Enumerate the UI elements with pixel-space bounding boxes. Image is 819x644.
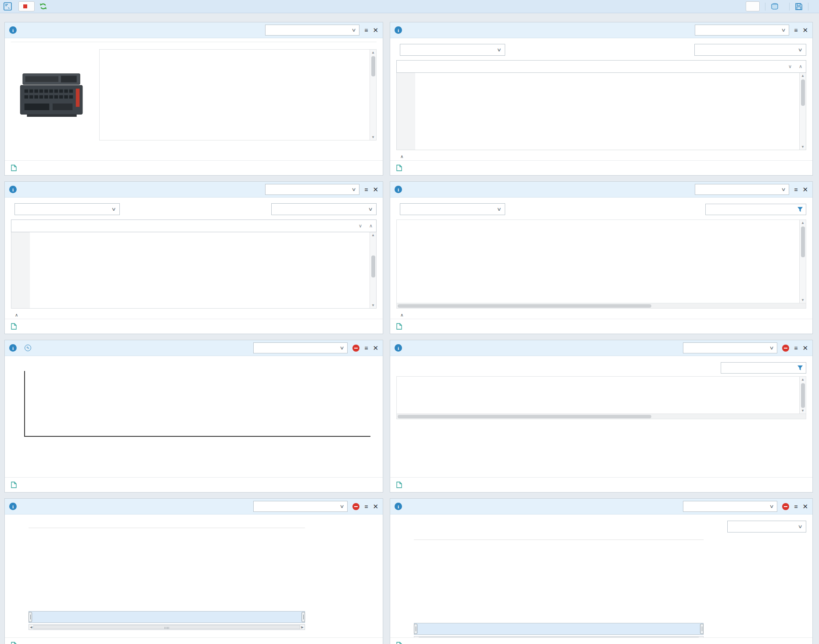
interface-dropdown[interactable]: ∨ [727, 521, 806, 532]
vertical-scrollbar[interactable]: ▲ ▼ [799, 377, 806, 414]
device-selector-dropdown[interactable]: ∨ [265, 25, 359, 36]
close-icon[interactable]: ✕ [802, 27, 808, 33]
device-selector-dropdown[interactable]: ∨ [683, 501, 777, 512]
chevron-down-icon: ∨ [496, 47, 501, 53]
new-note-bar [5, 477, 383, 492]
chevron-down-icon: ∨ [352, 187, 356, 192]
device-selector-dropdown[interactable]: ∨ [695, 184, 789, 195]
config-code-viewer[interactable]: ▲ ▼ [11, 232, 377, 309]
stop-monitor-icon[interactable] [782, 503, 789, 510]
chevron-down-icon: ∨ [769, 345, 774, 351]
horizontal-scrollbar[interactable] [397, 414, 806, 419]
vertical-scrollbar[interactable]: ▲ ▼ [370, 232, 376, 308]
close-icon[interactable]: ✕ [373, 27, 378, 33]
device-selector-dropdown[interactable]: ∨ [253, 501, 348, 512]
chevron-down-icon: ∨ [496, 206, 501, 212]
widget-menu-icon[interactable]: ≡ [364, 345, 368, 351]
scroll-left-icon: ◀ [414, 637, 419, 637]
stop-button[interactable] [18, 1, 35, 11]
scroll-up-icon: ▲ [371, 232, 375, 238]
device-event-table-panel: i ∨ ≡ ✕ [390, 340, 813, 493]
slider-handle-right[interactable] [302, 612, 305, 622]
slider-handle-left[interactable] [414, 624, 417, 634]
devices-indicator[interactable] [771, 3, 784, 10]
search-next-icon[interactable]: ∨ [355, 220, 366, 232]
widget-menu-icon[interactable]: ≡ [794, 27, 797, 33]
horizontal-scrollbar[interactable]: ◀ ▶ [29, 624, 305, 630]
close-icon[interactable]: ✕ [802, 186, 808, 193]
stop-monitor-icon[interactable] [352, 345, 359, 352]
mac-filter-input[interactable] [705, 204, 806, 215]
horizontal-scrollbar[interactable] [397, 303, 806, 308]
execute-time: ∧ [396, 150, 806, 160]
search-prev-icon[interactable]: ∧ [795, 61, 806, 72]
widget-menu-icon[interactable]: ≡ [364, 504, 368, 510]
vertical-scrollbar[interactable]: ▲ ▼ [799, 220, 806, 303]
widget-menu-icon[interactable]: ≡ [794, 187, 797, 193]
vertical-scrollbar[interactable]: ▲ ▼ [370, 50, 376, 140]
traffic-line-chart: ◀ ▶ [396, 540, 806, 637]
close-icon[interactable]: ✕ [373, 345, 378, 351]
scroll-right-icon: ▶ [300, 625, 305, 630]
metric-dropdown[interactable]: ∨ [271, 203, 377, 215]
edit-icon[interactable]: ✎ [25, 345, 31, 351]
new-note-bar [390, 637, 812, 644]
slider-handle-right[interactable] [700, 624, 704, 634]
device-selector-dropdown[interactable]: ∨ [265, 184, 359, 195]
vertical-scrollbar[interactable]: ▲ ▼ [799, 73, 806, 150]
chevron-down-icon: ∨ [352, 27, 356, 33]
event-filter-input[interactable] [721, 362, 806, 374]
filter-type-dropdown[interactable]: ∨ [694, 44, 806, 56]
save-icon[interactable] [795, 3, 803, 11]
device-photo [11, 49, 92, 140]
device-details-panel: i ∨ ≡ ✕ [4, 22, 383, 176]
app-icon[interactable] [4, 2, 12, 11]
scroll-up-icon: ▲ [801, 220, 805, 226]
widget-menu-icon[interactable]: ≡ [364, 27, 368, 33]
note-icon [11, 642, 17, 644]
device-selector-dropdown[interactable]: ∨ [683, 342, 777, 353]
chevron-down-icon: ∨ [111, 206, 116, 212]
new-note-bar [5, 160, 383, 175]
widget-menu-icon[interactable]: ≡ [794, 504, 797, 510]
stop-monitor-icon[interactable] [352, 503, 359, 510]
code-search-input[interactable]: ∨ ∧ [11, 219, 377, 232]
datafolder-dropdown[interactable]: ∨ [14, 203, 120, 215]
device-selector-dropdown[interactable]: ∨ [253, 342, 348, 353]
chevron-down-icon: ∨ [797, 47, 802, 53]
info-icon: i [9, 26, 17, 34]
collapse-icon[interactable]: ∧ [400, 313, 403, 317]
close-icon[interactable]: ✕ [802, 503, 808, 510]
execute-time: ∧ [11, 309, 377, 319]
close-icon[interactable]: ✕ [802, 345, 808, 351]
scroll-down-icon: ▼ [801, 408, 805, 414]
datafolder-dropdown[interactable]: ∨ [400, 203, 505, 215]
code-search-input[interactable]: ∨ ∧ [396, 60, 806, 73]
close-icon[interactable]: ✕ [373, 186, 378, 193]
config-code-viewer[interactable]: ▲ ▼ [396, 73, 806, 150]
new-note-bar [5, 319, 383, 334]
note-icon [396, 642, 402, 644]
time-range-slider[interactable] [414, 623, 704, 635]
device-selector-dropdown[interactable]: ∨ [695, 25, 789, 36]
mac-table-panel: i ∨ ≡ ✕ ∨ ▲ [390, 181, 813, 334]
add-widget-button[interactable] [746, 1, 760, 11]
note-icon [396, 323, 402, 330]
close-icon[interactable]: ✕ [373, 503, 378, 510]
search-next-icon[interactable]: ∨ [785, 61, 795, 72]
horizontal-scrollbar[interactable]: ◀ ▶ [414, 636, 704, 637]
device-details-tabs [11, 41, 377, 42]
widget-menu-icon[interactable]: ≡ [794, 345, 797, 351]
search-prev-icon[interactable]: ∧ [366, 220, 376, 232]
info-icon: i [395, 26, 402, 34]
slider-handle-left[interactable] [29, 612, 32, 622]
datafolder-dropdown[interactable]: ∨ [400, 44, 505, 56]
time-range-slider[interactable] [29, 611, 305, 623]
config-parser-panel: i ∨ ≡ ✕ ∨ ∨ ∨ ∧ [4, 181, 383, 334]
info-icon: i [395, 186, 402, 193]
widget-menu-icon[interactable]: ≡ [364, 187, 368, 193]
collapse-icon[interactable]: ∧ [400, 154, 403, 159]
refresh-icon[interactable] [39, 2, 47, 11]
stop-monitor-icon[interactable] [782, 345, 789, 352]
collapse-icon[interactable]: ∧ [15, 313, 18, 317]
